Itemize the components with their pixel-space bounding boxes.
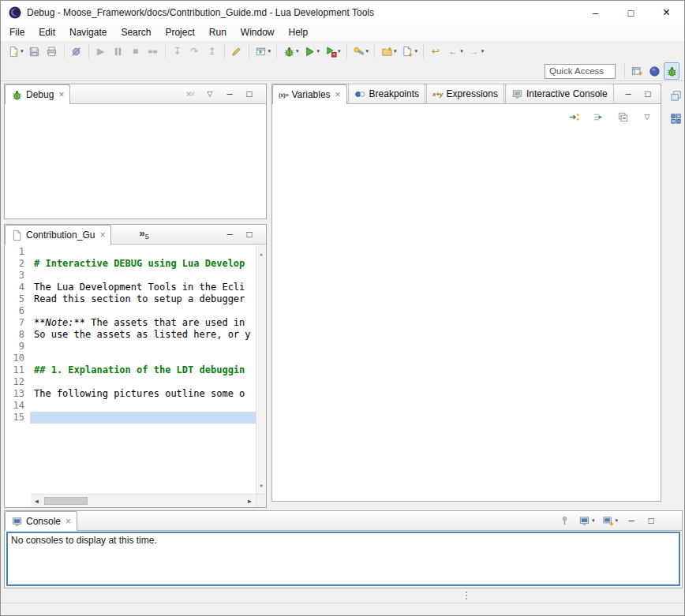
- tab-debug[interactable]: Debug ×: [5, 84, 70, 104]
- remove-all-terminated-button[interactable]: [182, 85, 198, 103]
- scroll-left-icon[interactable]: ◀: [31, 495, 43, 507]
- save-button[interactable]: [27, 43, 43, 60]
- resume-button[interactable]: ▶: [93, 43, 109, 60]
- menu-file[interactable]: File: [2, 24, 32, 41]
- minimize-button[interactable]: –: [222, 226, 238, 243]
- close-tab-icon[interactable]: ×: [335, 90, 341, 99]
- restore-view-button[interactable]: [668, 87, 683, 104]
- menu-navigate[interactable]: Navigate: [62, 24, 114, 41]
- hidden-tabs-indicator[interactable]: » 5: [139, 228, 148, 241]
- debug-button[interactable]: ▾: [281, 43, 301, 60]
- tab-interactive-console[interactable]: Interactive Console: [505, 84, 614, 103]
- pin-console-button[interactable]: [557, 512, 573, 529]
- menu-edit[interactable]: Edit: [32, 24, 62, 41]
- code-text[interactable]: The following pictures outline some o: [30, 388, 256, 400]
- code-text[interactable]: [30, 376, 256, 388]
- code-text[interactable]: **Note:** The assets that are used in: [30, 317, 256, 329]
- new-lua-project-button[interactable]: ▾: [379, 43, 399, 60]
- tab-contribution-guide[interactable]: Contribution_Gu ×: [5, 225, 111, 245]
- lua-perspective-button[interactable]: [646, 62, 662, 80]
- scrollbar-track[interactable]: [43, 495, 244, 507]
- new-wizard-button[interactable]: ▾: [6, 43, 25, 60]
- code-text[interactable]: [30, 412, 256, 424]
- menu-run[interactable]: Run: [202, 24, 234, 41]
- dropdown-arrow-icon[interactable]: ▾: [268, 48, 271, 54]
- print-button[interactable]: [44, 43, 60, 60]
- scroll-right-icon[interactable]: ▶: [244, 495, 256, 507]
- code-editor[interactable]: 12# Interactive DEBUG using Lua Develop3…: [5, 245, 266, 507]
- dropdown-arrow-icon[interactable]: ▾: [615, 517, 618, 524]
- launch-history-button[interactable]: ▾: [253, 43, 273, 60]
- dropdown-arrow-icon[interactable]: ▾: [415, 48, 418, 54]
- minimized-view-button[interactable]: [668, 110, 683, 127]
- scroll-down-icon[interactable]: ▼: [260, 477, 263, 494]
- display-selected-console-button[interactable]: ▾: [577, 512, 597, 529]
- menu-search[interactable]: Search: [114, 24, 158, 41]
- forward-button[interactable]: →▾: [466, 43, 486, 60]
- debug-perspective-button[interactable]: [664, 62, 679, 80]
- external-tools-button[interactable]: ▾: [323, 43, 342, 60]
- code-text[interactable]: [30, 353, 256, 364]
- minimize-button[interactable]: –: [623, 512, 639, 529]
- code-text[interactable]: [30, 341, 256, 353]
- dropdown-arrow-icon[interactable]: ▾: [317, 48, 320, 54]
- scroll-up-icon[interactable]: ▲: [260, 245, 263, 262]
- dropdown-arrow-icon[interactable]: ▾: [394, 48, 397, 54]
- disconnect-button[interactable]: [145, 43, 161, 60]
- view-menu-button[interactable]: ▽: [202, 85, 218, 103]
- menu-help[interactable]: Help: [282, 24, 316, 41]
- step-over-button[interactable]: ↷: [187, 43, 203, 60]
- minimize-button[interactable]: –: [222, 85, 238, 103]
- open-console-button[interactable]: ▾: [600, 512, 619, 529]
- maximize-button[interactable]: □: [241, 85, 257, 103]
- dropdown-arrow-icon[interactable]: ▾: [366, 48, 369, 54]
- view-menu-button[interactable]: ▽: [639, 108, 655, 125]
- maximize-button[interactable]: □: [640, 85, 656, 103]
- scrollbar-thumb[interactable]: [44, 497, 88, 505]
- code-text[interactable]: [30, 246, 256, 258]
- code-text[interactable]: ## 1. Explanation of the LDT debuggin: [30, 364, 256, 376]
- horizontal-scrollbar[interactable]: ◀ ▶: [31, 494, 256, 507]
- code-text[interactable]: # Interactive DEBUG using Lua Develop: [30, 258, 256, 270]
- show-logical-structure-button[interactable]: [566, 108, 582, 125]
- step-return-button[interactable]: ↥: [204, 43, 220, 60]
- tab-breakpoints[interactable]: Breakpoints: [348, 84, 425, 103]
- minimize-button[interactable]: –: [620, 85, 636, 103]
- close-tab-icon[interactable]: ×: [58, 90, 64, 99]
- vertical-scrollbar[interactable]: ▲ ▼: [256, 245, 266, 494]
- tab-expressions[interactable]: x+yExpressions: [426, 84, 504, 103]
- code-text[interactable]: [30, 400, 256, 412]
- code-text[interactable]: The Lua Development Tools in the Ecli: [30, 282, 256, 293]
- collapse-all-button[interactable]: [615, 108, 631, 125]
- suspend-button[interactable]: [110, 43, 126, 60]
- maximize-button[interactable]: □: [643, 512, 659, 529]
- maximize-button[interactable]: □: [241, 226, 257, 243]
- dropdown-arrow-icon[interactable]: ▾: [460, 48, 463, 54]
- tab-variables[interactable]: (x)=Variables×: [272, 84, 347, 104]
- close-tab-icon[interactable]: ×: [99, 230, 105, 240]
- tab-console[interactable]: Console ×: [5, 511, 77, 531]
- minimize-button[interactable]: –: [578, 1, 613, 24]
- dropdown-arrow-icon[interactable]: ▾: [592, 517, 595, 524]
- dropdown-arrow-icon[interactable]: ▾: [21, 48, 24, 54]
- code-text[interactable]: Read this section to setup a debugger: [30, 293, 256, 305]
- close-tab-icon[interactable]: ×: [66, 517, 71, 526]
- show-type-names-button[interactable]: [590, 108, 606, 125]
- use-step-filters-button[interactable]: [229, 43, 245, 60]
- splitter-handle[interactable]: [466, 592, 467, 599]
- code-text[interactable]: [30, 270, 256, 282]
- close-button[interactable]: ×: [649, 1, 684, 24]
- code-text[interactable]: [30, 305, 256, 317]
- new-lua-file-button[interactable]: ▾: [400, 43, 420, 60]
- menu-window[interactable]: Window: [234, 24, 282, 41]
- step-into-button[interactable]: ↧: [170, 43, 185, 60]
- open-perspective-button[interactable]: [629, 62, 645, 80]
- run-button[interactable]: ▾: [302, 43, 322, 60]
- menu-project[interactable]: Project: [158, 24, 201, 41]
- dropdown-arrow-icon[interactable]: ▾: [338, 48, 341, 54]
- terminate-button[interactable]: ■: [128, 43, 144, 60]
- last-edit-location-button[interactable]: ↩: [428, 43, 444, 60]
- maximize-button[interactable]: □: [613, 1, 649, 24]
- skip-all-breakpoints-button[interactable]: [69, 43, 84, 60]
- search-button[interactable]: ▾: [351, 43, 371, 60]
